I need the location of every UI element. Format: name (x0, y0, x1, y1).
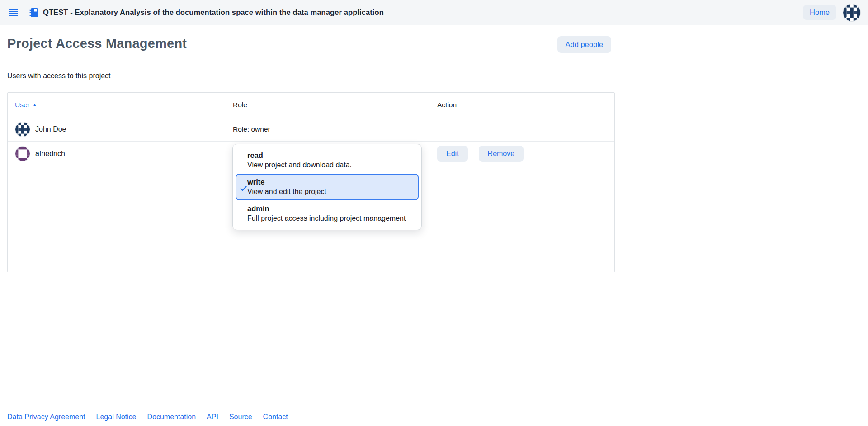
menu-icon[interactable] (9, 9, 18, 16)
footer-link-source[interactable]: Source (229, 413, 252, 421)
access-table: User▲ Role Action (7, 92, 615, 272)
sort-asc-icon: ▲ (33, 102, 37, 107)
footer-link-data-privacy[interactable]: Data Privacy Agreement (7, 413, 85, 421)
footer-link-documentation[interactable]: Documentation (147, 413, 196, 421)
home-button[interactable]: Home (803, 5, 836, 20)
edit-button[interactable]: Edit (437, 146, 468, 162)
role-option-write[interactable]: write View and edit the project (236, 174, 419, 200)
footer: Data Privacy Agreement Legal Notice Docu… (0, 407, 868, 426)
remove-button[interactable]: Remove (479, 146, 524, 162)
role-dropdown-menu: read View project and download data. wri… (232, 144, 422, 230)
footer-link-legal-notice[interactable]: Legal Notice (96, 413, 137, 421)
table-caption: Users with access to this project (7, 72, 861, 80)
john-doe-avatar (15, 122, 30, 137)
table-header-row: User▲ Role Action (8, 93, 614, 117)
footer-link-api[interactable]: API (207, 413, 218, 421)
user-name: afriedrich (35, 150, 65, 158)
project-book-icon (29, 7, 39, 18)
topbar: QTEST - Explanatory Analysis of the docu… (0, 0, 868, 25)
user-name: John Doe (35, 125, 66, 133)
window-title: QTEST - Explanatory Analysis of the docu… (43, 8, 384, 17)
role-value: Role: owner (226, 125, 430, 133)
afriedrich-avatar (15, 146, 30, 161)
page-title: Project Access Management (7, 36, 187, 51)
footer-link-contact[interactable]: Contact (263, 413, 288, 421)
add-people-button[interactable]: Add people (557, 36, 612, 53)
checkmark-icon (240, 185, 247, 193)
user-avatar[interactable] (843, 4, 861, 22)
role-option-admin[interactable]: admin Full project access including proj… (236, 200, 419, 227)
role-option-read[interactable]: read View project and download data. (236, 147, 419, 174)
column-header-action: Action (430, 101, 614, 109)
column-header-user[interactable]: User (15, 101, 30, 109)
main-content: Project Access Management Add people Use… (0, 25, 868, 407)
table-row: John Doe Role: owner (8, 117, 614, 142)
column-header-role: Role (226, 101, 430, 109)
